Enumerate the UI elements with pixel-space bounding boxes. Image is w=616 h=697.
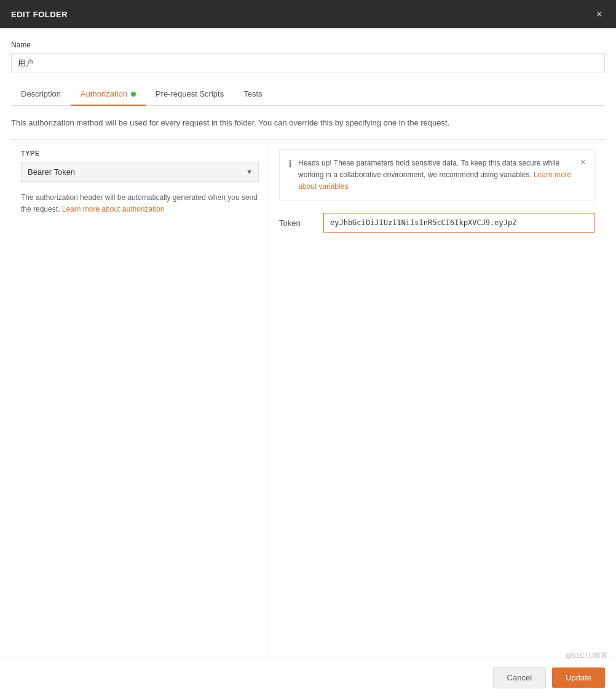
dialog-header: EDIT FOLDER × xyxy=(0,0,616,28)
name-label: Name xyxy=(11,41,605,49)
warning-static-text: Heads up! These parameters hold sensitiv… xyxy=(298,159,559,179)
warning-close-button[interactable]: × xyxy=(580,157,586,167)
tabs-bar: Description Authorization Pre-request Sc… xyxy=(11,83,605,106)
authorization-description: This authorization method will be used f… xyxy=(11,117,605,139)
tab-tests[interactable]: Tests xyxy=(234,83,272,106)
tab-authorization[interactable]: Authorization xyxy=(71,83,146,106)
tab-description-label: Description xyxy=(21,89,61,98)
auth-info-text: The authorization header will be automat… xyxy=(21,192,259,215)
left-panel: TYPE Bearer Token No Auth Basic Auth OAu… xyxy=(11,140,269,658)
warning-text: Heads up! These parameters hold sensitiv… xyxy=(298,157,574,193)
update-button[interactable]: Update xyxy=(552,667,605,688)
dialog-title: EDIT FOLDER xyxy=(11,10,68,19)
type-label: TYPE xyxy=(21,149,259,157)
authorization-active-dot xyxy=(131,92,136,97)
name-field-group: Name xyxy=(11,41,605,73)
tab-tests-label: Tests xyxy=(243,89,262,98)
type-select[interactable]: Bearer Token No Auth Basic Auth OAuth 1.… xyxy=(21,162,259,182)
content-area: TYPE Bearer Token No Auth Basic Auth OAu… xyxy=(11,139,605,658)
learn-more-auth-link[interactable]: Learn more about authorization xyxy=(62,205,165,213)
close-button[interactable]: × xyxy=(593,9,605,20)
token-input[interactable] xyxy=(323,213,595,233)
tab-pre-request-scripts[interactable]: Pre-request Scripts xyxy=(146,83,234,106)
token-row: Token xyxy=(279,208,595,237)
cancel-button[interactable]: Cancel xyxy=(493,667,546,688)
tab-description[interactable]: Description xyxy=(11,83,71,106)
warning-icon: ℹ xyxy=(288,158,292,170)
name-input[interactable] xyxy=(11,53,605,73)
type-select-wrapper: Bearer Token No Auth Basic Auth OAuth 1.… xyxy=(21,162,259,182)
tab-pre-request-scripts-label: Pre-request Scripts xyxy=(156,89,224,98)
dialog-footer: Cancel Update xyxy=(0,658,616,697)
watermark: @51CTO搜索 xyxy=(566,651,607,660)
dialog-body: Name Description Authorization Pre-reque… xyxy=(0,28,616,658)
learn-more-auth-text: Learn more about authorization xyxy=(62,205,165,213)
token-label: Token xyxy=(279,218,316,228)
warning-banner: ℹ Heads up! These parameters hold sensit… xyxy=(279,149,595,201)
tab-authorization-label: Authorization xyxy=(81,89,127,98)
edit-folder-dialog: EDIT FOLDER × Name Description Authoriza… xyxy=(0,0,616,697)
right-panel: ℹ Heads up! These parameters hold sensit… xyxy=(269,140,605,658)
